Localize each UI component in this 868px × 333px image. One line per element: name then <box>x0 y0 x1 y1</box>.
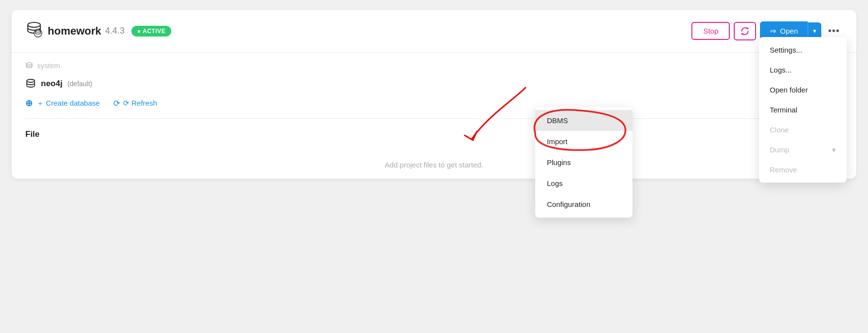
dropdown-item-clone: Clone <box>759 120 847 140</box>
svg-point-4 <box>27 79 35 82</box>
main-card: homework 4.4.3 ● ACTIVE Stop ⇒ Open ▾ <box>12 10 856 179</box>
refresh-link-icon: ⟳ <box>113 98 120 109</box>
dropdown-item-dump: Dump ▾ <box>759 140 847 160</box>
dropdown-sub-item-import[interactable]: Import <box>535 131 633 152</box>
dropdown-item-logs[interactable]: Logs... <box>759 60 847 80</box>
dropdown-item-terminal[interactable]: Terminal <box>759 100 847 120</box>
file-section: File ℹ️ Rev... ▾ Add project files to ge… <box>12 119 856 179</box>
create-database-link[interactable]: ⊕ ＋ Create database <box>25 98 100 109</box>
svg-point-3 <box>26 62 32 64</box>
file-title: File <box>25 130 39 139</box>
chevron-down-icon: ▾ <box>813 27 816 35</box>
dropdown-item-settings[interactable]: Settings... <box>759 40 847 60</box>
system-label-row: system <box>25 61 843 70</box>
neo4j-row: neo4j (default) <box>25 78 843 89</box>
actions-row: ⊕ ＋ Create database ⟳ ⟳ Refresh <box>25 98 843 118</box>
header-row: homework 4.4.3 ● ACTIVE Stop ⇒ Open ▾ <box>12 10 856 53</box>
active-badge: ● ACTIVE <box>131 26 171 37</box>
stop-button[interactable]: Stop <box>691 22 730 40</box>
system-text: system <box>37 61 60 70</box>
file-header: File ℹ️ Rev... ▾ <box>25 128 843 141</box>
refresh-icon-button[interactable] <box>734 22 756 40</box>
dropdown-sub-item-configuration[interactable]: Configuration <box>535 194 633 215</box>
neo4j-default: (default) <box>67 80 92 88</box>
dropdown-sub-item-dbms[interactable]: DBMS <box>535 110 633 131</box>
dropdown-sub: DBMS Import Plugins Logs Configuration <box>535 107 633 218</box>
app-icon <box>25 20 43 41</box>
dropdown-item-open-folder[interactable]: Open folder <box>759 80 847 100</box>
dropdown-item-remove: Remove <box>759 160 847 180</box>
app-name: homework <box>48 25 101 37</box>
dropdown-main: Settings... Logs... Open folder Terminal… <box>759 37 847 183</box>
app-version: 4.4.3 <box>105 26 125 36</box>
dropdown-sub-item-logs[interactable]: Logs <box>535 173 633 194</box>
refresh-link[interactable]: ⟳ ⟳ Refresh <box>113 98 157 109</box>
content-area: system neo4j (default) ⊕ ＋ Create databa… <box>12 53 856 118</box>
file-empty-text: Add project files to get started. <box>25 141 843 179</box>
plus-icon: ⊕ <box>25 98 33 109</box>
open-icon: ⇒ <box>770 26 776 36</box>
svg-point-0 <box>28 22 40 27</box>
dropdown-sub-item-plugins[interactable]: Plugins <box>535 152 633 173</box>
neo4j-name: neo4j <box>41 79 62 89</box>
